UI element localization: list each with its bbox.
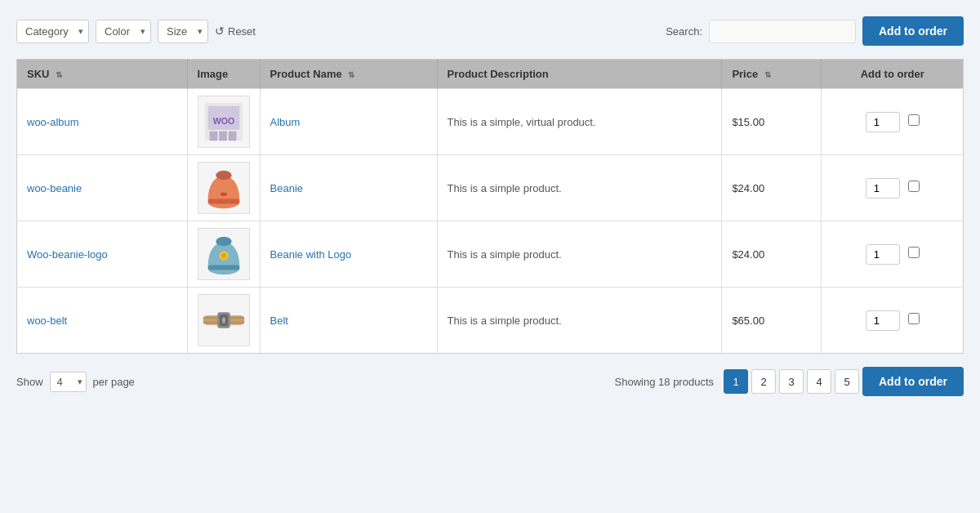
price-value-0: $15.00: [732, 116, 764, 128]
sort-icon-sku: ⇅: [56, 70, 62, 79]
cell-add-order-0: [822, 89, 964, 155]
description-text-0: This is a simple, virtual product.: [448, 116, 596, 128]
reset-icon: ↺: [215, 25, 225, 38]
cell-image-0: WOO: [187, 89, 260, 155]
col-header-price: Price ⇅: [722, 60, 822, 89]
cell-add-order-1: [822, 155, 964, 221]
qty-input-3[interactable]: [866, 310, 900, 331]
table-row: woo-album WOO Album This is a simple, vi…: [17, 89, 964, 155]
toolbar: Category Color Size ↺ Reset Search: Add …: [16, 16, 964, 46]
cell-price-0: $15.00: [722, 89, 822, 155]
cell-name-3: Belt: [260, 288, 437, 354]
description-text-3: This is a simple product.: [448, 314, 562, 327]
qty-input-0[interactable]: [866, 112, 900, 132]
size-filter[interactable]: Size: [158, 20, 208, 43]
sort-icon-name: ⇅: [348, 70, 354, 79]
cell-description-1: This is a simple product.: [437, 155, 722, 221]
svg-rect-11: [220, 193, 227, 196]
svg-point-9: [216, 171, 231, 181]
page-btn-5[interactable]: 5: [835, 369, 859, 394]
cell-description-3: This is a simple product.: [437, 288, 722, 354]
product-name-link-1[interactable]: Beanie: [270, 182, 303, 194]
search-input[interactable]: [709, 20, 856, 43]
product-image-0: WOO: [198, 96, 250, 148]
product-name-link-3[interactable]: Belt: [270, 314, 288, 327]
showing-label: Showing 18 products: [615, 376, 714, 388]
row-checkbox-3[interactable]: [908, 313, 920, 324]
show-label: Show: [16, 376, 43, 388]
product-image-2: [198, 228, 250, 280]
svg-rect-5: [219, 132, 227, 141]
product-table: SKU ⇅ Image Product Name ⇅ Product Descr…: [16, 59, 964, 354]
page-btn-4[interactable]: 4: [807, 369, 831, 394]
cell-name-0: Album: [260, 89, 437, 155]
qty-input-2[interactable]: [866, 244, 900, 265]
sku-link-0[interactable]: woo-album: [27, 116, 79, 128]
table-header-row: SKU ⇅ Image Product Name ⇅ Product Descr…: [17, 60, 964, 89]
cell-sku-2: Woo-beanie-logo: [17, 221, 188, 288]
cell-sku-0: woo-album: [17, 89, 188, 155]
svg-point-14: [216, 237, 231, 247]
per-page-wrapper: 4 8 12 16 20: [50, 372, 87, 392]
cell-image-1: [187, 155, 260, 221]
table-row: Woo-beanie-logo Beanie with Logo This is…: [17, 221, 964, 288]
row-checkbox-0[interactable]: [908, 114, 920, 126]
svg-rect-15: [207, 265, 239, 270]
product-image-3: [198, 294, 250, 346]
svg-rect-4: [209, 132, 217, 141]
price-value-2: $24.00: [732, 248, 764, 261]
table-footer: Show 4 8 12 16 20 per page Showing 18 pr…: [16, 367, 964, 396]
sku-link-1[interactable]: woo-beanie: [27, 182, 82, 194]
row-checkbox-1[interactable]: [908, 181, 920, 192]
cell-image-2: [187, 221, 260, 288]
cell-price-2: $24.00: [722, 221, 822, 288]
col-header-product-name: Product Name ⇅: [260, 60, 437, 89]
cell-sku-1: woo-beanie: [17, 155, 188, 221]
reset-button[interactable]: ↺ Reset: [215, 25, 256, 38]
price-value-1: $24.00: [732, 182, 764, 194]
cell-price-3: $65.00: [722, 288, 822, 354]
cell-description-2: This is a simple product.: [437, 221, 722, 288]
product-name-link-0[interactable]: Album: [270, 116, 301, 128]
col-header-description: Product Description: [437, 60, 722, 89]
svg-rect-10: [207, 199, 239, 204]
page-btn-2[interactable]: 2: [751, 369, 776, 394]
color-filter-wrapper: Color: [96, 20, 151, 43]
sku-link-2[interactable]: Woo-beanie-logo: [27, 248, 108, 261]
category-filter[interactable]: Category: [16, 20, 89, 43]
cell-name-2: Beanie with Logo: [260, 221, 437, 288]
cell-add-order-2: [822, 221, 964, 288]
col-header-sku: SKU ⇅: [17, 60, 188, 89]
page-btn-1[interactable]: 1: [724, 369, 748, 394]
cell-price-1: $24.00: [722, 155, 822, 221]
cell-image-3: [187, 288, 260, 354]
cell-add-order-3: [822, 288, 964, 354]
table-row: woo-beanie Beanie This is a simple produ…: [17, 155, 964, 221]
add-to-order-button-bottom[interactable]: Add to order: [862, 367, 964, 396]
sku-link-3[interactable]: woo-belt: [27, 314, 67, 327]
pagination: Showing 18 products 1 2 3 4 5 Add to ord…: [615, 367, 964, 396]
svg-text:WOO: WOO: [212, 116, 234, 126]
price-value-3: $65.00: [732, 314, 764, 327]
description-text-2: This is a simple product.: [448, 248, 562, 261]
size-filter-wrapper: Size: [158, 20, 208, 43]
row-checkbox-2[interactable]: [908, 247, 920, 258]
sort-icon-price: ⇅: [764, 70, 771, 79]
svg-rect-6: [228, 132, 236, 141]
per-page-label: per page: [93, 376, 135, 388]
cell-description-0: This is a simple, virtual product.: [437, 89, 722, 155]
color-filter[interactable]: Color: [96, 20, 151, 43]
add-to-order-button-top[interactable]: Add to order: [862, 16, 964, 46]
product-image-1: [198, 162, 250, 214]
svg-point-17: [221, 253, 226, 258]
reset-label: Reset: [228, 25, 256, 38]
table-row: woo-belt Belt This is a simple product. …: [17, 288, 964, 354]
description-text-1: This is a simple product.: [448, 182, 562, 194]
page-btn-3[interactable]: 3: [779, 369, 804, 394]
col-header-image: Image: [187, 60, 260, 89]
qty-input-1[interactable]: [866, 178, 900, 199]
col-header-add-to-order: Add to order: [822, 60, 964, 89]
category-filter-wrapper: Category: [16, 20, 89, 43]
product-name-link-2[interactable]: Beanie with Logo: [270, 248, 352, 261]
per-page-select[interactable]: 4 8 12 16 20: [50, 372, 87, 392]
